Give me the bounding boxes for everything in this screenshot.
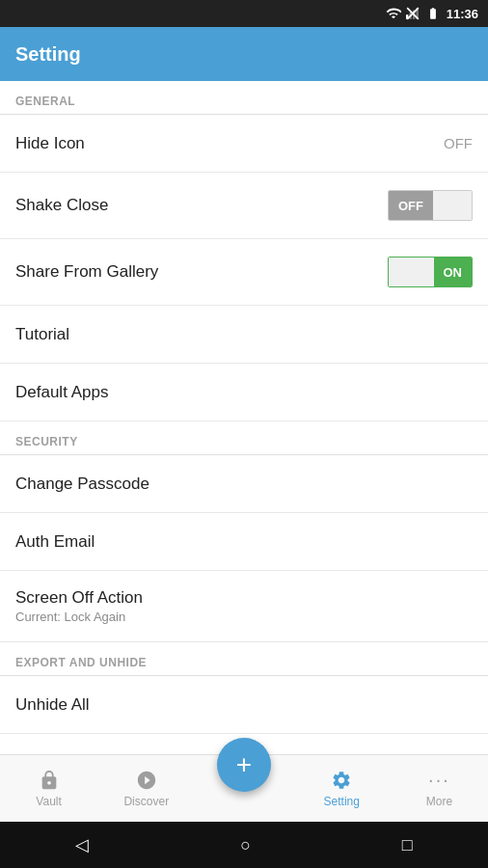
- section-label-export: EXPORT AND UNHIDE: [0, 642, 488, 675]
- setting-label-container: Screen Off Action Current: Lock Again: [15, 588, 143, 624]
- share-gallery-label: Share From Gallery: [15, 262, 158, 282]
- setting-item-auth-email[interactable]: Auth Email: [0, 513, 488, 571]
- nav-item-add[interactable]: +: [195, 755, 292, 822]
- section-label-security: SECURITY: [0, 421, 488, 454]
- back-button[interactable]: ◁: [75, 834, 89, 855]
- fab-button[interactable]: +: [217, 738, 271, 792]
- screen-off-label: Screen Off Action: [15, 588, 143, 608]
- svg-rect-1: [409, 13, 411, 19]
- setting-item-hide-icon[interactable]: Hide Icon OFF: [0, 115, 488, 173]
- discover-label: Discover: [123, 795, 169, 808]
- toggle-on-text: ON: [434, 258, 473, 286]
- home-button[interactable]: ○: [240, 835, 251, 855]
- toggle-off-text: OFF: [389, 191, 433, 220]
- shake-close-toggle[interactable]: OFF: [388, 190, 473, 221]
- svg-rect-0: [406, 14, 408, 19]
- add-icon: +: [236, 751, 252, 778]
- share-gallery-toggle[interactable]: ON: [388, 257, 473, 287]
- setting-label-container: Change Passcode: [15, 475, 149, 494]
- section-security: SECURITY Change Passcode Auth Email Scre…: [0, 421, 488, 642]
- status-icons: 11:36: [386, 6, 478, 21]
- setting-nav-label: Setting: [324, 795, 360, 808]
- vault-label: Vault: [36, 795, 61, 808]
- setting-item-screen-off-action[interactable]: Screen Off Action Current: Lock Again: [0, 571, 488, 642]
- app-header: Setting: [0, 27, 488, 81]
- setting-item-shake-close[interactable]: Shake Close OFF: [0, 173, 488, 239]
- shake-close-label: Shake Close: [15, 196, 108, 215]
- svg-rect-3: [416, 8, 418, 19]
- more-icon: ···: [428, 769, 450, 791]
- setting-label-container: Hide Icon: [15, 134, 85, 153]
- setting-label-container: Shake Close: [15, 196, 108, 215]
- setting-label-container: Tutorial: [15, 325, 69, 344]
- nav-item-vault[interactable]: Vault: [0, 755, 97, 822]
- setting-label-container: Unhide All: [15, 695, 90, 715]
- auth-email-label: Auth Email: [15, 532, 95, 552]
- nav-item-setting[interactable]: Setting: [293, 755, 391, 822]
- discover-icon: [136, 770, 157, 791]
- toggle-track: [433, 191, 472, 220]
- settings-content: GENERAL Hide Icon OFF Shake Close OFF Sh…: [0, 81, 488, 754]
- status-bar: 11:36: [0, 0, 488, 27]
- battery-icon: [424, 7, 442, 20]
- setting-item-unhide-all[interactable]: Unhide All: [0, 676, 488, 734]
- signal-icon: [406, 7, 420, 20]
- section-general: GENERAL Hide Icon OFF Shake Close OFF Sh…: [0, 81, 488, 421]
- setting-label-container: Share From Gallery: [15, 262, 158, 282]
- nav-item-more[interactable]: ··· More: [391, 755, 488, 822]
- system-nav-bar: ◁ ○ □: [0, 822, 488, 868]
- svg-rect-2: [413, 11, 415, 19]
- change-passcode-label: Change Passcode: [15, 475, 149, 494]
- setting-item-tutorial[interactable]: Tutorial: [0, 306, 488, 364]
- hide-icon-label: Hide Icon: [15, 134, 85, 153]
- section-export-unhide: EXPORT AND UNHIDE Unhide All: [0, 642, 488, 734]
- vault-icon: [39, 770, 60, 791]
- more-label: More: [426, 795, 452, 808]
- setting-icon: [331, 770, 352, 791]
- unhide-all-label: Unhide All: [15, 695, 90, 715]
- setting-item-default-apps[interactable]: Default Apps: [0, 364, 488, 421]
- screen-off-sublabel: Current: Lock Again: [15, 610, 143, 624]
- status-time: 11:36: [447, 7, 478, 21]
- wifi-icon: [386, 6, 401, 21]
- setting-item-share-gallery[interactable]: Share From Gallery ON: [0, 239, 488, 306]
- tutorial-label: Tutorial: [15, 325, 69, 344]
- setting-item-change-passcode[interactable]: Change Passcode: [0, 455, 488, 513]
- default-apps-label: Default Apps: [15, 383, 108, 402]
- bottom-nav: Vault Discover + Setting ··· More: [0, 754, 488, 822]
- setting-label-container: Default Apps: [15, 383, 108, 402]
- page-title: Setting: [15, 43, 81, 66]
- recent-button[interactable]: □: [402, 835, 413, 855]
- setting-label-container: Auth Email: [15, 532, 95, 552]
- nav-item-discover[interactable]: Discover: [97, 755, 195, 822]
- toggle-track: [389, 258, 434, 286]
- hide-icon-value: OFF: [444, 135, 473, 151]
- section-label-general: GENERAL: [0, 81, 488, 114]
